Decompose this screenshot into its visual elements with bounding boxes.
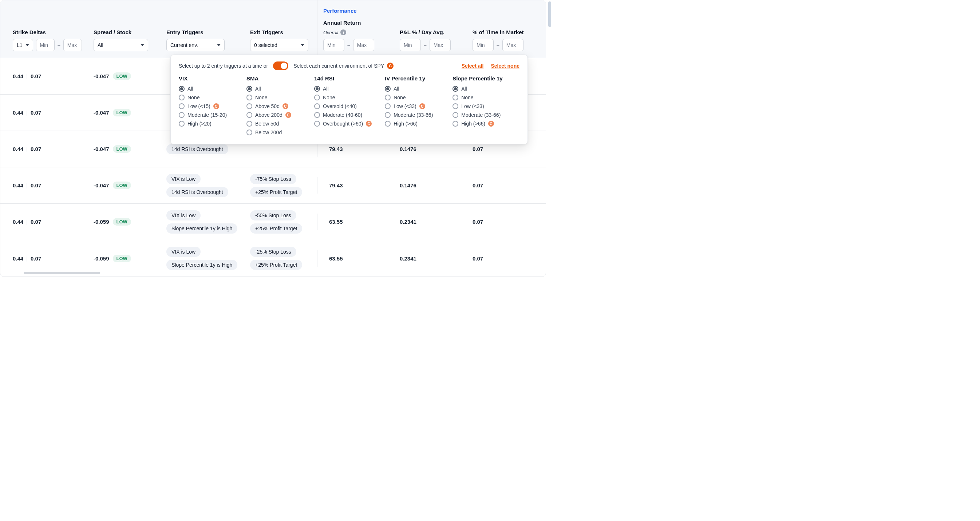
table-row[interactable]: 0.44|0.07-0.047LOWVIX is Low14d RSI is O… [0, 167, 546, 204]
radio-icon [247, 130, 252, 135]
trigger-option[interactable]: All [179, 84, 233, 93]
range-dash: – [57, 42, 60, 48]
radio-icon [452, 121, 458, 127]
chevron-down-icon [25, 44, 29, 46]
performance-link[interactable]: Performance [323, 8, 540, 14]
strike-min-input[interactable]: Min [36, 39, 55, 51]
radio-icon [179, 86, 185, 92]
delta-2: 0.07 [30, 73, 41, 79]
info-icon[interactable]: i [340, 29, 346, 35]
annual-return-value: 79.43 [323, 182, 400, 189]
entry-triggers-title: Entry Triggers [166, 29, 239, 35]
trigger-option[interactable]: All [385, 84, 439, 93]
radio-icon [452, 86, 458, 92]
spread-value: -0.047 [94, 146, 109, 152]
entry-trigger-chip: VIX is Low [166, 247, 200, 257]
time-in-market-value: 0.07 [473, 146, 538, 152]
entry-triggers-select[interactable]: Current env. [166, 39, 224, 51]
chevron-down-icon [301, 44, 304, 46]
horizontal-scrollbar[interactable] [24, 272, 100, 274]
strike-max-input[interactable]: Max [64, 39, 82, 51]
trigger-option-label: Above 200d [255, 112, 283, 118]
delta-divider: | [26, 73, 28, 79]
trigger-option[interactable]: Below 50d [247, 119, 301, 128]
popover-sub-text: Select each current environment of SPY [293, 63, 384, 69]
current-env-toggle[interactable] [273, 62, 288, 70]
trigger-option[interactable]: All [452, 84, 507, 93]
trigger-option[interactable]: Oversold (<40) [314, 102, 372, 111]
annual-return-value: 63.55 [323, 219, 400, 225]
ar-min-input[interactable]: Min [323, 39, 344, 51]
trigger-column-title: IV Percentile 1y [385, 75, 439, 81]
spread-stock-select[interactable]: All [94, 39, 148, 51]
exit-triggers-select[interactable]: 0 selected [250, 39, 309, 51]
trigger-option[interactable]: None [452, 93, 507, 102]
trigger-option[interactable]: High (>66) [385, 119, 439, 128]
trigger-option-label: Below 200d [255, 130, 282, 135]
trigger-option[interactable]: All [247, 84, 301, 93]
trigger-option[interactable]: Moderate (15-20) [179, 111, 233, 119]
vertical-scrollbar[interactable] [548, 2, 551, 27]
radio-icon [179, 95, 185, 100]
trigger-option[interactable]: None [314, 93, 372, 102]
trigger-option-label: None [461, 95, 473, 100]
cell-exit-triggers [244, 144, 317, 154]
time-max-input[interactable]: Max [503, 39, 523, 51]
select-all-link[interactable]: Select all [461, 63, 484, 69]
pnl-min-input[interactable]: Min [400, 39, 421, 51]
trigger-column-title: 14d RSI [314, 75, 372, 81]
select-none-link[interactable]: Select none [491, 63, 520, 69]
col-exit-triggers: Exit Triggers 0 selected [244, 0, 317, 58]
trigger-option-label: All [255, 86, 261, 92]
chevron-down-icon [140, 44, 144, 46]
col-strike-deltas: Strike Deltas L1 Min – Max [0, 0, 88, 58]
trigger-option-label: All [323, 86, 329, 92]
entry-trigger-chip: 14d RSI is Overbought [166, 187, 228, 197]
trigger-option[interactable]: Above 50dC [247, 102, 301, 111]
entry-trigger-chip: 14d RSI is Overbought [166, 144, 228, 154]
low-badge: LOW [113, 255, 131, 262]
trigger-option[interactable]: Low (<15)C [179, 102, 233, 111]
radio-icon [385, 86, 391, 92]
trigger-option[interactable]: None [179, 93, 233, 102]
cell-strike-deltas: 0.44|0.07 [0, 177, 88, 194]
spread-value: -0.047 [94, 110, 109, 116]
table-row[interactable]: 0.44|0.07-0.059LOWVIX is LowSlope Percen… [0, 240, 546, 276]
trigger-option[interactable]: None [385, 93, 439, 102]
delta-1: 0.44 [13, 256, 23, 262]
trigger-option[interactable]: Above 200dC [247, 111, 301, 119]
trigger-option-label: Below 50d [255, 121, 279, 127]
trigger-option-label: All [188, 86, 193, 92]
trigger-option[interactable]: None [247, 93, 301, 102]
time-in-market-value: 0.07 [473, 182, 538, 189]
current-env-badge-icon: C [213, 103, 219, 109]
radio-icon [247, 121, 252, 127]
exit-trigger-chip: -75% Stop Loss [250, 174, 296, 184]
spread-value: -0.047 [94, 73, 109, 79]
radio-icon [179, 103, 185, 109]
cell-strike-deltas: 0.44|0.07 [0, 105, 88, 121]
trigger-option[interactable]: Low (<33) [452, 102, 507, 111]
col-performance: Performance Annual Return Overall i Min … [317, 0, 546, 58]
trigger-option-label: Low (<15) [188, 103, 210, 109]
trigger-option[interactable]: All [314, 84, 372, 93]
trigger-option-label: Oversold (<40) [323, 103, 357, 109]
trigger-option[interactable]: Overbought (>60)C [314, 119, 372, 128]
time-min-input[interactable]: Min [473, 39, 494, 51]
trigger-option[interactable]: Moderate (33-66) [452, 111, 507, 119]
trigger-option[interactable]: Low (<33)C [385, 102, 439, 111]
trigger-option[interactable]: Moderate (40-60) [314, 111, 372, 119]
trigger-option[interactable]: High (>66)C [452, 119, 507, 128]
leg-select[interactable]: L1 [13, 39, 33, 51]
trigger-option-label: Moderate (40-60) [323, 112, 362, 118]
trigger-option[interactable]: Below 200d [247, 128, 301, 137]
ar-max-input[interactable]: Max [353, 39, 374, 51]
trigger-column-title: SMA [247, 75, 301, 81]
low-badge: LOW [113, 181, 131, 189]
pnl-value: 0.2341 [400, 256, 473, 262]
time-in-market-value: 0.07 [473, 256, 538, 262]
trigger-option[interactable]: High (>20) [179, 119, 233, 128]
pnl-max-input[interactable]: Max [430, 39, 451, 51]
table-row[interactable]: 0.44|0.07-0.059LOWVIX is LowSlope Percen… [0, 204, 546, 240]
trigger-option[interactable]: Moderate (33-66) [385, 111, 439, 119]
